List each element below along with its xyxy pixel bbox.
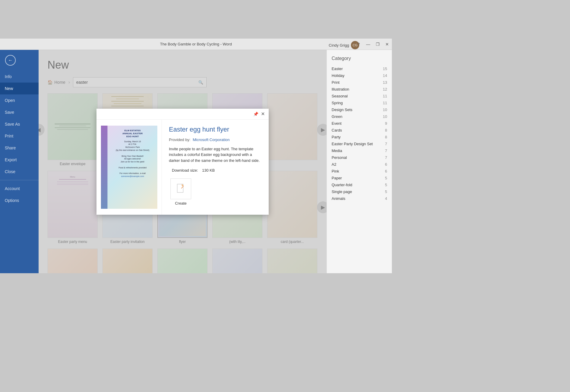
category-count-design-sets: 10 <box>383 108 387 112</box>
flyer-content: ELM ESTATES ANNUAL EASTER EGG HUNT Sunda… <box>107 129 157 178</box>
category-label-print: Print <box>332 80 340 85</box>
provider-link[interactable]: Microsoft Corporation <box>193 137 229 142</box>
category-item-easter[interactable]: Easter 15 <box>332 65 387 72</box>
back-button[interactable]: ← <box>5 55 16 66</box>
modal-overlay: 📌 ✕ ELM ESTATES ANNU <box>39 50 327 273</box>
minimize-button[interactable]: — <box>363 39 373 50</box>
category-label-seasonal: Seasonal <box>332 94 348 98</box>
modal-preview: ELM ESTATES ANNUAL EASTER EGG HUNT Sunda… <box>96 120 162 215</box>
category-panel: Category Easter 15 Holiday 14 Print 13 I… <box>327 50 392 273</box>
modal-template-title: Easter egg hunt flyer <box>169 126 262 133</box>
category-count-easter-party-design-set: 7 <box>385 142 387 146</box>
category-label-easter: Easter <box>332 67 343 71</box>
category-item-cards[interactable]: Cards 8 <box>332 127 387 134</box>
content-area: New 🏠 Home › 🔍 ◀ <box>39 50 327 273</box>
category-item-party[interactable]: Party 8 <box>332 134 387 140</box>
sidebar-item-export[interactable]: Export <box>0 154 39 166</box>
category-item-easter-party-design-set[interactable]: Easter Party Design Set 7 <box>332 140 387 147</box>
category-count-event: 9 <box>385 121 387 126</box>
category-count-pink: 6 <box>385 169 387 173</box>
category-label-media: Media <box>332 148 342 153</box>
sidebar: ← Info New Open Save Save As Print Share <box>0 50 39 273</box>
category-item-personal[interactable]: Personal 7 <box>332 154 387 161</box>
window-title: The Body Gamble or Body Cycling - Word <box>160 42 232 46</box>
category-label-animals: Animals <box>332 196 345 201</box>
category-panel-title: Category <box>332 56 387 61</box>
category-count-party: 8 <box>385 135 387 139</box>
modal-info: Easter egg hunt flyer Provided by: Micro… <box>162 120 269 215</box>
category-item-media[interactable]: Media 7 <box>332 147 387 154</box>
sidebar-item-options[interactable]: Options <box>0 195 39 206</box>
category-count-holiday: 14 <box>383 73 387 78</box>
category-label-party: Party <box>332 135 341 139</box>
category-label-easter-party-design-set: Easter Party Design Set <box>332 142 373 146</box>
flyer-body-text: Sunday, March 16 At 2 P.M. McGovern Park… <box>116 140 149 178</box>
sidebar-item-account[interactable]: Account <box>0 183 39 195</box>
category-count-quarter-fold: 5 <box>385 183 387 187</box>
sidebar-back[interactable]: ← <box>3 53 18 68</box>
category-label-a2: A2 <box>332 162 336 167</box>
modal-download-size: Download size: 130 KB <box>169 168 262 173</box>
category-item-pink[interactable]: Pink 6 <box>332 168 387 175</box>
category-label-quarter-fold: Quarter-fold <box>332 183 352 187</box>
sidebar-item-print[interactable]: Print <box>0 130 39 142</box>
category-count-media: 7 <box>385 148 387 153</box>
modal-header: 📌 ✕ <box>96 109 269 120</box>
modal-body: ELM ESTATES ANNUAL EASTER EGG HUNT Sunda… <box>96 120 269 215</box>
category-label-event: Event <box>332 121 341 126</box>
category-item-holiday[interactable]: Holiday 14 <box>332 72 387 79</box>
top-bar <box>0 0 392 39</box>
modal-close-button[interactable]: ✕ <box>259 110 266 118</box>
sidebar-item-save-as[interactable]: Save As <box>0 118 39 130</box>
category-item-single-page[interactable]: Single page 5 <box>332 188 387 195</box>
window: The Body Gamble or Body Cycling - Word C… <box>0 39 392 273</box>
category-label-paper: Paper <box>332 176 342 180</box>
category-item-a2[interactable]: A2 6 <box>332 161 387 168</box>
sidebar-item-close[interactable]: Close <box>0 166 39 178</box>
category-count-green: 10 <box>383 114 387 119</box>
category-count-cards: 8 <box>385 128 387 132</box>
category-item-seasonal[interactable]: Seasonal 11 <box>332 93 387 99</box>
category-count-seasonal: 11 <box>383 94 387 98</box>
create-button-container: Create <box>169 178 193 206</box>
title-bar: The Body Gamble or Body Cycling - Word C… <box>0 39 392 50</box>
category-count-spring: 11 <box>383 101 387 105</box>
category-item-spring[interactable]: Spring 11 <box>332 99 387 106</box>
category-count-easter: 15 <box>383 67 387 71</box>
sidebar-item-info[interactable]: Info <box>0 71 39 83</box>
help-button[interactable]: ? <box>354 39 363 50</box>
sidebar-item-open[interactable]: Open <box>0 94 39 106</box>
modal-description: Invite people to an Easter egg hunt. The… <box>169 146 262 164</box>
category-item-design-sets[interactable]: Design Sets 10 <box>332 106 387 113</box>
sidebar-item-share[interactable]: Share <box>0 142 39 154</box>
modal-provided-by: Provided by: Microsoft Corporation <box>169 137 262 142</box>
close-window-button[interactable]: ✕ <box>382 39 392 50</box>
create-button[interactable] <box>170 178 191 199</box>
sidebar-item-save[interactable]: Save <box>0 106 39 118</box>
category-item-event[interactable]: Event 9 <box>332 120 387 127</box>
main-content: ← Info New Open Save Save As Print Share <box>0 50 392 273</box>
category-count-paper: 5 <box>385 176 387 180</box>
category-item-print[interactable]: Print 13 <box>332 79 387 86</box>
title-bar-controls: ? — ❐ ✕ <box>354 39 392 50</box>
modal-pin-button[interactable]: 📌 <box>252 110 259 118</box>
category-item-quarter-fold[interactable]: Quarter-fold 5 <box>332 181 387 188</box>
create-document-icon <box>176 184 186 194</box>
category-label-spring: Spring <box>332 101 343 105</box>
category-label-holiday: Holiday <box>332 73 344 78</box>
category-label-green: Green <box>332 114 342 119</box>
sidebar-item-new[interactable]: New <box>0 83 39 94</box>
category-item-animals[interactable]: Animals 4 <box>332 195 387 202</box>
restore-button[interactable]: ❐ <box>373 39 382 50</box>
category-item-illustration[interactable]: Illustration 12 <box>332 86 387 93</box>
category-count-illustration: 12 <box>383 87 387 91</box>
create-label: Create <box>175 201 186 206</box>
category-item-green[interactable]: Green 10 <box>332 113 387 120</box>
category-item-paper[interactable]: Paper 5 <box>332 175 387 181</box>
category-label-single-page: Single page <box>332 189 352 194</box>
flyer-email-link[interactable]: someone@example.com <box>116 175 149 178</box>
category-count-a2: 6 <box>385 162 387 167</box>
category-count-animals: 4 <box>385 196 387 201</box>
sidebar-divider <box>0 180 39 180</box>
category-label-pink: Pink <box>332 169 339 173</box>
